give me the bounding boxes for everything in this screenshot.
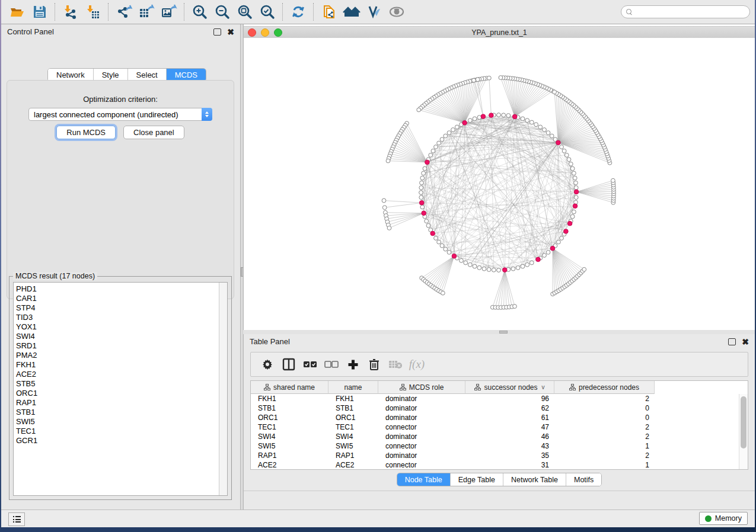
cell-predecessor: 2 bbox=[554, 423, 655, 431]
tab-mcds[interactable]: MCDS bbox=[167, 69, 206, 81]
float-panel-icon[interactable] bbox=[728, 338, 736, 345]
cell-predecessor: 1 bbox=[554, 461, 655, 469]
column-header-successor-nodes[interactable]: successor nodesv bbox=[465, 381, 554, 394]
delete-table-button[interactable] bbox=[387, 355, 404, 373]
mcds-result-item[interactable]: TEC1 bbox=[16, 427, 219, 436]
tab-network-table[interactable]: Network Table bbox=[503, 473, 566, 486]
clone-network-button[interactable] bbox=[319, 2, 339, 21]
column-type-icon bbox=[569, 384, 576, 390]
network-window-titlebar[interactable]: YPA_prune.txt_1 bbox=[244, 26, 755, 39]
toolbar-separator bbox=[55, 3, 56, 21]
zoom-in-button[interactable] bbox=[190, 2, 210, 21]
sort-descending-icon[interactable]: v bbox=[542, 384, 545, 390]
create-column-button[interactable] bbox=[344, 355, 362, 373]
mcds-result-item[interactable]: PMA2 bbox=[16, 351, 219, 360]
run-mcds-button[interactable]: Run MCDS bbox=[56, 126, 116, 139]
select-all-button[interactable] bbox=[301, 355, 319, 373]
table-row[interactable]: FKH1FKH1dominator962 bbox=[251, 394, 739, 403]
table-scrollbar[interactable] bbox=[739, 394, 748, 469]
mcds-result-item[interactable]: GCR1 bbox=[16, 436, 219, 446]
network-graph bbox=[244, 38, 755, 330]
cell-name: ACE2 bbox=[328, 461, 378, 469]
export-network-button[interactable] bbox=[114, 2, 134, 21]
zoom-out-button[interactable] bbox=[212, 2, 232, 21]
column-header-MCDS-role[interactable]: MCDS role bbox=[378, 381, 465, 394]
import-table-button[interactable] bbox=[83, 2, 103, 21]
table-settings-button[interactable] bbox=[259, 355, 276, 373]
table-row[interactable]: SWI4SWI4dominator462 bbox=[251, 432, 739, 441]
delete-table-icon bbox=[388, 360, 403, 369]
export-image-button[interactable] bbox=[159, 2, 179, 21]
zoom-fit-button[interactable] bbox=[235, 2, 255, 21]
mcds-result-item[interactable]: ACE2 bbox=[16, 370, 219, 379]
export-image-icon bbox=[161, 4, 177, 20]
unchecked-boxes-icon bbox=[324, 361, 339, 368]
mcds-list-scrollbar[interactable] bbox=[219, 283, 227, 495]
export-table-button[interactable] bbox=[136, 2, 157, 21]
mcds-result-item[interactable]: PHD1 bbox=[16, 284, 219, 294]
network-canvas[interactable] bbox=[244, 38, 755, 330]
fx-icon: f(x) bbox=[409, 358, 425, 371]
table-row[interactable]: STB1STB1dominator620 bbox=[251, 403, 739, 413]
tab-node-table[interactable]: Node Table bbox=[397, 473, 451, 486]
mcds-result-item[interactable]: ORC1 bbox=[16, 389, 219, 398]
task-history-button[interactable] bbox=[8, 512, 25, 526]
network-window-title: YPA_prune.txt_1 bbox=[244, 28, 755, 37]
table-row[interactable]: SWI5SWI5connector431 bbox=[251, 441, 739, 451]
tab-edge-table[interactable]: Edge Table bbox=[451, 473, 503, 486]
mcds-result-item[interactable]: RAP1 bbox=[16, 398, 219, 408]
mcds-result-item[interactable]: CAR1 bbox=[16, 294, 219, 303]
mcds-result-item[interactable]: STP4 bbox=[16, 303, 219, 313]
mcds-result-item[interactable]: YOX1 bbox=[16, 322, 219, 332]
table-row[interactable]: ACE2ACE2connector311 bbox=[251, 460, 739, 470]
mcds-result-item[interactable]: TID3 bbox=[16, 313, 219, 322]
table-tabs: Node TableEdge TableNetwork TableMotifs bbox=[244, 473, 755, 486]
zoom-fit-icon bbox=[237, 4, 253, 20]
mcds-result-item[interactable]: FKH1 bbox=[16, 360, 219, 370]
tab-motifs[interactable]: Motifs bbox=[566, 473, 601, 486]
tab-network[interactable]: Network bbox=[48, 69, 94, 81]
criterion-dropdown[interactable]: largest connected component (undirected) bbox=[28, 108, 212, 121]
search-input[interactable] bbox=[636, 7, 745, 17]
mcds-result-item[interactable]: STB1 bbox=[16, 408, 219, 417]
cell-predecessor: 2 bbox=[554, 451, 655, 460]
close-panel-icon[interactable]: ✖ bbox=[227, 29, 234, 35]
table-row[interactable]: TEC1TEC1connector472 bbox=[251, 422, 739, 432]
column-header-shared-name[interactable]: shared name bbox=[251, 381, 328, 394]
cell-mcds_role: connector bbox=[378, 423, 465, 431]
delete-column-button[interactable] bbox=[365, 355, 383, 373]
clone-network-icon bbox=[321, 4, 337, 20]
table-row[interactable]: ORC1ORC1dominator610 bbox=[251, 413, 739, 422]
close-panel-button[interactable]: Close panel bbox=[123, 126, 184, 139]
tab-select[interactable]: Select bbox=[128, 69, 167, 81]
network-overview-button[interactable] bbox=[342, 2, 362, 21]
deselect-all-button[interactable] bbox=[323, 355, 340, 373]
search-box bbox=[621, 5, 750, 18]
vizmapper-icon bbox=[366, 5, 382, 19]
open-file-button[interactable] bbox=[7, 2, 27, 21]
checked-boxes-icon bbox=[303, 361, 317, 368]
save-session-button[interactable] bbox=[30, 2, 50, 21]
close-panel-icon[interactable]: ✖ bbox=[742, 339, 749, 345]
cell-successor: 47 bbox=[465, 423, 554, 431]
splitter-grip[interactable] bbox=[499, 331, 508, 334]
mcds-result-list[interactable]: PHD1CAR1STP4TID3YOX1SWI4SRD1PMA2FKH1ACE2… bbox=[13, 282, 228, 496]
table-row[interactable]: RAP1RAP1dominator352 bbox=[251, 451, 739, 460]
mcds-result-item[interactable]: SWI4 bbox=[16, 332, 219, 341]
mcds-result-item[interactable]: SRD1 bbox=[16, 341, 219, 351]
show-column-panel-button[interactable] bbox=[280, 355, 298, 373]
float-panel-icon[interactable] bbox=[213, 28, 221, 36]
import-network-button[interactable] bbox=[60, 2, 81, 21]
column-header-predecessor-nodes[interactable]: predecessor nodes bbox=[554, 381, 655, 394]
function-builder-button[interactable]: f(x) bbox=[408, 355, 426, 373]
column-header-name[interactable]: name bbox=[328, 381, 378, 394]
memory-button[interactable]: Memory bbox=[699, 512, 748, 525]
mcds-result-item[interactable]: SWI5 bbox=[16, 417, 219, 427]
mcds-result-item[interactable]: STB5 bbox=[16, 379, 219, 389]
tab-style[interactable]: Style bbox=[94, 69, 128, 81]
horizontal-splitter[interactable] bbox=[243, 330, 755, 334]
refresh-button[interactable] bbox=[288, 2, 308, 21]
show-details-button[interactable] bbox=[387, 2, 407, 21]
vizmapper-button[interactable] bbox=[364, 2, 384, 21]
zoom-selected-button[interactable] bbox=[257, 2, 277, 21]
